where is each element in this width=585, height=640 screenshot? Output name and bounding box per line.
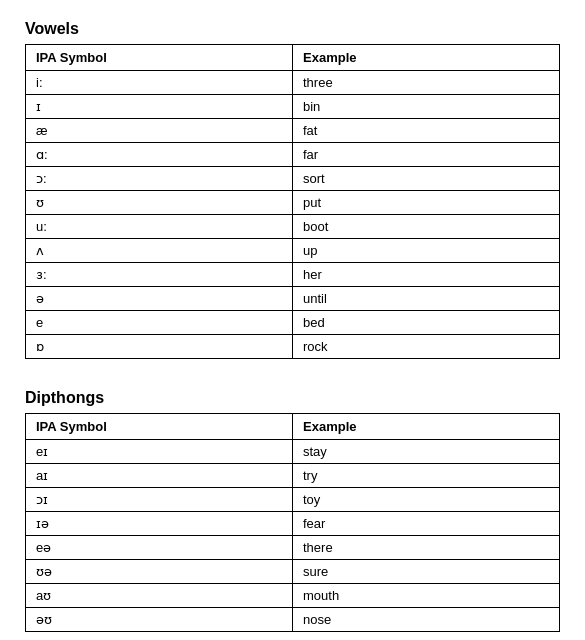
table-row: i: three	[26, 71, 560, 95]
table-row: e bed	[26, 311, 560, 335]
vowels-title: Vowels	[25, 20, 560, 38]
vowel-symbol: e	[26, 311, 293, 335]
vowel-example: fat	[293, 119, 560, 143]
vowel-example: boot	[293, 215, 560, 239]
vowel-symbol: ɜ:	[26, 263, 293, 287]
vowel-example: put	[293, 191, 560, 215]
dipthong-symbol: ɪə	[26, 512, 293, 536]
table-row: ə until	[26, 287, 560, 311]
table-row: eə there	[26, 536, 560, 560]
table-row: ɪə fear	[26, 512, 560, 536]
dipthongs-table: IPA Symbol Example eɪ stay aɪ try ɔɪ toy…	[25, 413, 560, 632]
dipthongs-col-example: Example	[293, 414, 560, 440]
table-row: aʊ mouth	[26, 584, 560, 608]
dipthong-example: there	[293, 536, 560, 560]
dipthong-example: fear	[293, 512, 560, 536]
vowels-col-example: Example	[293, 45, 560, 71]
vowel-symbol: ɔ:	[26, 167, 293, 191]
dipthong-example: mouth	[293, 584, 560, 608]
dipthong-symbol: aʊ	[26, 584, 293, 608]
table-row: u: boot	[26, 215, 560, 239]
vowel-symbol: ʌ	[26, 239, 293, 263]
vowels-col-symbol: IPA Symbol	[26, 45, 293, 71]
vowel-symbol: ə	[26, 287, 293, 311]
dipthong-symbol: ɔɪ	[26, 488, 293, 512]
dipthongs-title: Dipthongs	[25, 389, 560, 407]
dipthongs-col-symbol: IPA Symbol	[26, 414, 293, 440]
dipthong-example: toy	[293, 488, 560, 512]
dipthong-example: nose	[293, 608, 560, 632]
table-row: æ fat	[26, 119, 560, 143]
dipthong-example: try	[293, 464, 560, 488]
dipthong-symbol: əʊ	[26, 608, 293, 632]
vowel-example: bed	[293, 311, 560, 335]
vowel-example: until	[293, 287, 560, 311]
dipthong-symbol: ʊə	[26, 560, 293, 584]
vowel-symbol: ɪ	[26, 95, 293, 119]
table-row: eɪ stay	[26, 440, 560, 464]
table-row: ɜ: her	[26, 263, 560, 287]
dipthong-symbol: aɪ	[26, 464, 293, 488]
vowel-symbol: ɒ	[26, 335, 293, 359]
table-row: ɔɪ toy	[26, 488, 560, 512]
dipthong-example: sure	[293, 560, 560, 584]
dipthong-symbol: eɪ	[26, 440, 293, 464]
vowel-example: her	[293, 263, 560, 287]
dipthongs-section: Dipthongs IPA Symbol Example eɪ stay aɪ …	[25, 389, 560, 632]
vowel-example: rock	[293, 335, 560, 359]
vowel-example: far	[293, 143, 560, 167]
table-row: aɪ try	[26, 464, 560, 488]
table-row: ɑ: far	[26, 143, 560, 167]
vowels-table: IPA Symbol Example i: three ɪ bin æ fat …	[25, 44, 560, 359]
table-row: ʊə sure	[26, 560, 560, 584]
vowel-example: up	[293, 239, 560, 263]
vowel-symbol: ɑ:	[26, 143, 293, 167]
vowels-section: Vowels IPA Symbol Example i: three ɪ bin…	[25, 20, 560, 359]
vowel-example: bin	[293, 95, 560, 119]
table-row: ʊ put	[26, 191, 560, 215]
table-row: əʊ nose	[26, 608, 560, 632]
dipthong-example: stay	[293, 440, 560, 464]
vowel-symbol: æ	[26, 119, 293, 143]
table-row: ɪ bin	[26, 95, 560, 119]
vowel-example: three	[293, 71, 560, 95]
vowel-example: sort	[293, 167, 560, 191]
table-row: ʌ up	[26, 239, 560, 263]
vowel-symbol: ʊ	[26, 191, 293, 215]
vowel-symbol: u:	[26, 215, 293, 239]
table-row: ɒ rock	[26, 335, 560, 359]
vowel-symbol: i:	[26, 71, 293, 95]
dipthong-symbol: eə	[26, 536, 293, 560]
table-row: ɔ: sort	[26, 167, 560, 191]
